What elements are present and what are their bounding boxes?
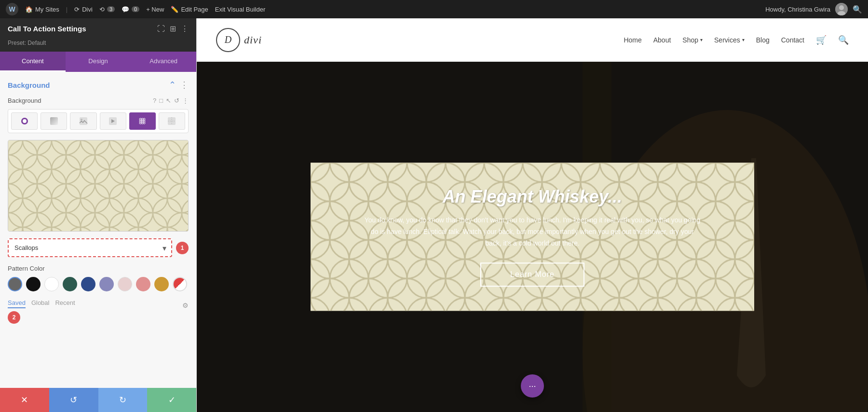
panel-content: Background ⌃ ⋮ Background ? □ ↖ ↺ ⋮: [0, 72, 196, 388]
edit-page-link[interactable]: ✏️ Edit Page: [171, 6, 208, 13]
exit-builder-link[interactable]: Exit Visual Builder: [215, 6, 266, 13]
hero-area: An Elegant Whiskey... You do know, you d…: [197, 62, 868, 412]
preset-label[interactable]: Preset: Default: [8, 40, 46, 46]
swatch-dark-green[interactable]: [63, 277, 77, 291]
swatch-white[interactable]: [44, 277, 59, 291]
swatch-black[interactable]: [26, 277, 41, 291]
bg-label-text: Background: [8, 97, 41, 104]
bg-video-btn[interactable]: [100, 112, 126, 130]
cursor-icon[interactable]: ↖: [166, 97, 171, 104]
settings-panel: Call To Action Settings ⛶ ⊞ ⋮ Preset: De…: [0, 18, 197, 412]
section-header-icons: ⌃ ⋮: [169, 80, 189, 90]
color-tab-global[interactable]: Global: [31, 299, 50, 308]
logo-d-circle: D: [216, 28, 240, 52]
bg-image-btn[interactable]: [70, 112, 96, 130]
avatar: [835, 3, 848, 15]
comments-icon: 💬: [122, 6, 129, 13]
svg-rect-6: [80, 117, 87, 125]
bg-label-icons: ? □ ↖ ↺ ⋮: [153, 97, 189, 104]
cancel-button[interactable]: ✕: [0, 388, 49, 412]
fullscreen-icon[interactable]: ⛶: [157, 25, 165, 33]
pattern-preview: [8, 140, 189, 232]
tab-content[interactable]: Content: [0, 52, 66, 72]
badge-2-row: 2: [8, 311, 189, 324]
sep1: |: [66, 6, 68, 13]
color-tabs: Saved Global Recent: [8, 299, 75, 308]
cart-icon[interactable]: 🛒: [816, 35, 827, 45]
section-more-icon[interactable]: ⋮: [180, 80, 189, 90]
sites-icon: 🏠: [25, 6, 33, 13]
swatch-navy[interactable]: [81, 277, 95, 291]
undo-button[interactable]: ↺: [49, 388, 98, 412]
swatch-gold[interactable]: [154, 277, 169, 291]
reset-icon[interactable]: ↺: [174, 97, 179, 104]
svg-point-4: [23, 119, 27, 123]
pattern-select-wrapper: Scallops Circles Dots Lines Zigzag ▾: [8, 238, 172, 257]
step-badge-1: 1: [176, 242, 189, 254]
swatch-light-pink[interactable]: [118, 277, 132, 291]
howdy-text: Howdy, Christina Gwira: [765, 6, 830, 13]
panel-header-icons: ⛶ ⊞ ⋮: [157, 24, 189, 33]
tab-design[interactable]: Design: [66, 52, 131, 72]
updates-link[interactable]: ⟲ 3: [99, 6, 115, 13]
nav-contact[interactable]: Contact: [781, 36, 804, 44]
nav-services[interactable]: Services ▾: [714, 36, 745, 44]
bg-color-btn[interactable]: [11, 112, 38, 130]
logo-name: divi: [244, 34, 262, 46]
nav-shop[interactable]: Shop ▾: [682, 36, 703, 44]
mobile-icon[interactable]: □: [159, 97, 163, 104]
swatch-pink[interactable]: [136, 277, 150, 291]
canvas-area: D divi Home About Shop ▾ Services ▾ Blog…: [197, 18, 868, 412]
color-tab-recent[interactable]: Recent: [55, 299, 75, 308]
my-sites-link[interactable]: 🏠 My Sites: [25, 6, 59, 13]
collapse-icon[interactable]: ⌃: [169, 80, 176, 90]
color-tabs-row: Saved Global Recent ⚙: [8, 299, 189, 311]
svg-point-1: [839, 5, 844, 10]
color-tab-saved[interactable]: Saved: [8, 299, 26, 308]
cta-module: An Elegant Whiskey... You do know, you d…: [311, 163, 754, 311]
nav-about[interactable]: About: [653, 36, 671, 44]
comments-link[interactable]: 💬 0: [122, 6, 139, 13]
cta-learn-more-button[interactable]: Learn More: [480, 263, 584, 287]
swatch-lavender[interactable]: [99, 277, 114, 291]
site-name-link[interactable]: ⟳ Divi: [74, 6, 93, 13]
step-badge-2: 2: [8, 311, 20, 324]
dots-icon[interactable]: ⋮: [182, 97, 189, 104]
color-swatches: [8, 277, 189, 291]
pattern-select-row: Scallops Circles Dots Lines Zigzag ▾ 1: [8, 238, 189, 257]
panel-title: Call To Action Settings: [8, 25, 86, 33]
tab-advanced[interactable]: Advanced: [131, 52, 196, 72]
bg-pattern-btn[interactable]: [129, 112, 156, 130]
edit-icon: ✏️: [171, 6, 178, 13]
color-settings-icon[interactable]: ⚙: [182, 302, 189, 309]
fab-button[interactable]: ···: [521, 374, 544, 398]
swatch-custom[interactable]: [173, 277, 187, 291]
pattern-select[interactable]: Scallops Circles Dots Lines Zigzag: [9, 239, 171, 256]
nav-home[interactable]: Home: [624, 36, 641, 44]
save-button[interactable]: ✓: [147, 388, 196, 412]
svg-point-7: [81, 119, 82, 121]
swatch-custom-dark[interactable]: [8, 277, 22, 291]
wp-logo[interactable]: W: [6, 3, 18, 15]
nav-blog[interactable]: Blog: [756, 36, 770, 44]
redo-button[interactable]: ↻: [98, 388, 148, 412]
new-button[interactable]: + New: [146, 6, 164, 13]
admin-bar-right: Howdy, Christina Gwira 🔍: [765, 3, 862, 15]
site-nav: Home About Shop ▾ Services ▾ Blog Contac…: [624, 35, 849, 45]
updates-icon: ⟲: [99, 6, 105, 13]
bg-gradient-btn[interactable]: [41, 112, 67, 130]
nav-search-icon[interactable]: 🔍: [838, 35, 849, 45]
more-options-icon[interactable]: ⋮: [181, 24, 189, 33]
search-icon[interactable]: 🔍: [853, 5, 862, 14]
bottom-action-bar: ✕ ↺ ↻ ✓: [0, 388, 196, 412]
pattern-color-label: Pattern Color: [8, 265, 189, 272]
bg-mask-btn[interactable]: [159, 112, 185, 130]
help-icon[interactable]: ?: [153, 97, 156, 104]
cta-body: You do know, you do know that they don't…: [364, 215, 701, 249]
svg-rect-27: [8, 140, 188, 231]
grid-icon[interactable]: ⊞: [170, 24, 176, 33]
background-section-header: Background ⌃ ⋮: [8, 80, 189, 90]
site-header: D divi Home About Shop ▾ Services ▾ Blog…: [197, 18, 868, 62]
wordpress-icon: W: [6, 3, 18, 15]
main-layout: Call To Action Settings ⛶ ⊞ ⋮ Preset: De…: [0, 18, 868, 412]
